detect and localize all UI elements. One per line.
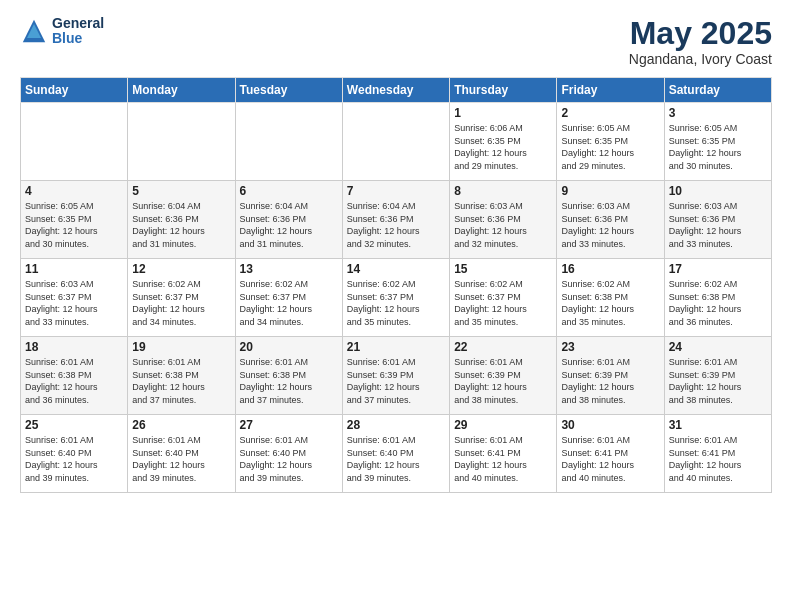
calendar-cell-w2-d5: 8Sunrise: 6:03 AM Sunset: 6:36 PM Daylig… bbox=[450, 181, 557, 259]
logo-text: General Blue bbox=[52, 16, 104, 47]
cell-content: Sunrise: 6:01 AM Sunset: 6:40 PM Dayligh… bbox=[240, 434, 338, 484]
calendar-cell-w3-d1: 11Sunrise: 6:03 AM Sunset: 6:37 PM Dayli… bbox=[21, 259, 128, 337]
calendar-cell-w1-d2 bbox=[128, 103, 235, 181]
header-tuesday: Tuesday bbox=[235, 78, 342, 103]
calendar-cell-w2-d7: 10Sunrise: 6:03 AM Sunset: 6:36 PM Dayli… bbox=[664, 181, 771, 259]
day-number: 9 bbox=[561, 184, 659, 198]
header-monday: Monday bbox=[128, 78, 235, 103]
cell-content: Sunrise: 6:05 AM Sunset: 6:35 PM Dayligh… bbox=[669, 122, 767, 172]
calendar-week-3: 11Sunrise: 6:03 AM Sunset: 6:37 PM Dayli… bbox=[21, 259, 772, 337]
calendar-cell-w1-d3 bbox=[235, 103, 342, 181]
calendar-cell-w1-d6: 2Sunrise: 6:05 AM Sunset: 6:35 PM Daylig… bbox=[557, 103, 664, 181]
day-number: 30 bbox=[561, 418, 659, 432]
cell-content: Sunrise: 6:01 AM Sunset: 6:39 PM Dayligh… bbox=[347, 356, 445, 406]
calendar-cell-w2-d4: 7Sunrise: 6:04 AM Sunset: 6:36 PM Daylig… bbox=[342, 181, 449, 259]
day-number: 17 bbox=[669, 262, 767, 276]
calendar-cell-w5-d7: 31Sunrise: 6:01 AM Sunset: 6:41 PM Dayli… bbox=[664, 415, 771, 493]
calendar-cell-w5-d3: 27Sunrise: 6:01 AM Sunset: 6:40 PM Dayli… bbox=[235, 415, 342, 493]
cell-content: Sunrise: 6:01 AM Sunset: 6:38 PM Dayligh… bbox=[240, 356, 338, 406]
day-number: 18 bbox=[25, 340, 123, 354]
calendar-cell-w2-d6: 9Sunrise: 6:03 AM Sunset: 6:36 PM Daylig… bbox=[557, 181, 664, 259]
day-number: 6 bbox=[240, 184, 338, 198]
calendar-week-5: 25Sunrise: 6:01 AM Sunset: 6:40 PM Dayli… bbox=[21, 415, 772, 493]
calendar-cell-w3-d7: 17Sunrise: 6:02 AM Sunset: 6:38 PM Dayli… bbox=[664, 259, 771, 337]
cell-content: Sunrise: 6:01 AM Sunset: 6:40 PM Dayligh… bbox=[25, 434, 123, 484]
day-number: 15 bbox=[454, 262, 552, 276]
day-number: 21 bbox=[347, 340, 445, 354]
day-number: 4 bbox=[25, 184, 123, 198]
month-title: May 2025 bbox=[629, 16, 772, 51]
page: General Blue May 2025 Ngandana, Ivory Co… bbox=[0, 0, 792, 612]
day-number: 29 bbox=[454, 418, 552, 432]
cell-content: Sunrise: 6:04 AM Sunset: 6:36 PM Dayligh… bbox=[240, 200, 338, 250]
day-number: 7 bbox=[347, 184, 445, 198]
calendar-table: Sunday Monday Tuesday Wednesday Thursday… bbox=[20, 77, 772, 493]
cell-content: Sunrise: 6:01 AM Sunset: 6:39 PM Dayligh… bbox=[669, 356, 767, 406]
cell-content: Sunrise: 6:05 AM Sunset: 6:35 PM Dayligh… bbox=[25, 200, 123, 250]
day-number: 3 bbox=[669, 106, 767, 120]
calendar-cell-w3-d5: 15Sunrise: 6:02 AM Sunset: 6:37 PM Dayli… bbox=[450, 259, 557, 337]
day-number: 12 bbox=[132, 262, 230, 276]
calendar-cell-w4-d5: 22Sunrise: 6:01 AM Sunset: 6:39 PM Dayli… bbox=[450, 337, 557, 415]
day-number: 20 bbox=[240, 340, 338, 354]
day-number: 28 bbox=[347, 418, 445, 432]
cell-content: Sunrise: 6:03 AM Sunset: 6:36 PM Dayligh… bbox=[561, 200, 659, 250]
calendar-cell-w4-d4: 21Sunrise: 6:01 AM Sunset: 6:39 PM Dayli… bbox=[342, 337, 449, 415]
logo: General Blue bbox=[20, 16, 104, 47]
calendar-cell-w3-d6: 16Sunrise: 6:02 AM Sunset: 6:38 PM Dayli… bbox=[557, 259, 664, 337]
cell-content: Sunrise: 6:02 AM Sunset: 6:37 PM Dayligh… bbox=[132, 278, 230, 328]
calendar-header-row: Sunday Monday Tuesday Wednesday Thursday… bbox=[21, 78, 772, 103]
cell-content: Sunrise: 6:01 AM Sunset: 6:38 PM Dayligh… bbox=[25, 356, 123, 406]
day-number: 22 bbox=[454, 340, 552, 354]
calendar-cell-w5-d6: 30Sunrise: 6:01 AM Sunset: 6:41 PM Dayli… bbox=[557, 415, 664, 493]
cell-content: Sunrise: 6:02 AM Sunset: 6:38 PM Dayligh… bbox=[669, 278, 767, 328]
cell-content: Sunrise: 6:01 AM Sunset: 6:38 PM Dayligh… bbox=[132, 356, 230, 406]
day-number: 10 bbox=[669, 184, 767, 198]
day-number: 5 bbox=[132, 184, 230, 198]
calendar-cell-w4-d2: 19Sunrise: 6:01 AM Sunset: 6:38 PM Dayli… bbox=[128, 337, 235, 415]
day-number: 25 bbox=[25, 418, 123, 432]
cell-content: Sunrise: 6:01 AM Sunset: 6:41 PM Dayligh… bbox=[561, 434, 659, 484]
day-number: 24 bbox=[669, 340, 767, 354]
calendar-cell-w1-d5: 1Sunrise: 6:06 AM Sunset: 6:35 PM Daylig… bbox=[450, 103, 557, 181]
cell-content: Sunrise: 6:02 AM Sunset: 6:37 PM Dayligh… bbox=[347, 278, 445, 328]
header-wednesday: Wednesday bbox=[342, 78, 449, 103]
header: General Blue May 2025 Ngandana, Ivory Co… bbox=[20, 16, 772, 67]
calendar-cell-w1-d7: 3Sunrise: 6:05 AM Sunset: 6:35 PM Daylig… bbox=[664, 103, 771, 181]
calendar-cell-w5-d2: 26Sunrise: 6:01 AM Sunset: 6:40 PM Dayli… bbox=[128, 415, 235, 493]
day-number: 16 bbox=[561, 262, 659, 276]
calendar-cell-w1-d4 bbox=[342, 103, 449, 181]
calendar-cell-w2-d1: 4Sunrise: 6:05 AM Sunset: 6:35 PM Daylig… bbox=[21, 181, 128, 259]
cell-content: Sunrise: 6:04 AM Sunset: 6:36 PM Dayligh… bbox=[347, 200, 445, 250]
title-block: May 2025 Ngandana, Ivory Coast bbox=[629, 16, 772, 67]
cell-content: Sunrise: 6:01 AM Sunset: 6:41 PM Dayligh… bbox=[669, 434, 767, 484]
calendar-cell-w4-d6: 23Sunrise: 6:01 AM Sunset: 6:39 PM Dayli… bbox=[557, 337, 664, 415]
cell-content: Sunrise: 6:01 AM Sunset: 6:39 PM Dayligh… bbox=[454, 356, 552, 406]
cell-content: Sunrise: 6:01 AM Sunset: 6:40 PM Dayligh… bbox=[132, 434, 230, 484]
cell-content: Sunrise: 6:02 AM Sunset: 6:38 PM Dayligh… bbox=[561, 278, 659, 328]
calendar-cell-w5-d5: 29Sunrise: 6:01 AM Sunset: 6:41 PM Dayli… bbox=[450, 415, 557, 493]
calendar-cell-w4-d3: 20Sunrise: 6:01 AM Sunset: 6:38 PM Dayli… bbox=[235, 337, 342, 415]
day-number: 23 bbox=[561, 340, 659, 354]
cell-content: Sunrise: 6:03 AM Sunset: 6:36 PM Dayligh… bbox=[669, 200, 767, 250]
calendar-week-2: 4Sunrise: 6:05 AM Sunset: 6:35 PM Daylig… bbox=[21, 181, 772, 259]
calendar-week-4: 18Sunrise: 6:01 AM Sunset: 6:38 PM Dayli… bbox=[21, 337, 772, 415]
cell-content: Sunrise: 6:01 AM Sunset: 6:39 PM Dayligh… bbox=[561, 356, 659, 406]
day-number: 19 bbox=[132, 340, 230, 354]
day-number: 13 bbox=[240, 262, 338, 276]
cell-content: Sunrise: 6:06 AM Sunset: 6:35 PM Dayligh… bbox=[454, 122, 552, 172]
cell-content: Sunrise: 6:01 AM Sunset: 6:41 PM Dayligh… bbox=[454, 434, 552, 484]
calendar-cell-w1-d1 bbox=[21, 103, 128, 181]
calendar-cell-w4-d1: 18Sunrise: 6:01 AM Sunset: 6:38 PM Dayli… bbox=[21, 337, 128, 415]
cell-content: Sunrise: 6:02 AM Sunset: 6:37 PM Dayligh… bbox=[240, 278, 338, 328]
logo-icon bbox=[20, 17, 48, 45]
day-number: 8 bbox=[454, 184, 552, 198]
calendar-cell-w2-d3: 6Sunrise: 6:04 AM Sunset: 6:36 PM Daylig… bbox=[235, 181, 342, 259]
calendar-cell-w3-d2: 12Sunrise: 6:02 AM Sunset: 6:37 PM Dayli… bbox=[128, 259, 235, 337]
header-thursday: Thursday bbox=[450, 78, 557, 103]
day-number: 27 bbox=[240, 418, 338, 432]
day-number: 1 bbox=[454, 106, 552, 120]
header-sunday: Sunday bbox=[21, 78, 128, 103]
day-number: 11 bbox=[25, 262, 123, 276]
location-subtitle: Ngandana, Ivory Coast bbox=[629, 51, 772, 67]
